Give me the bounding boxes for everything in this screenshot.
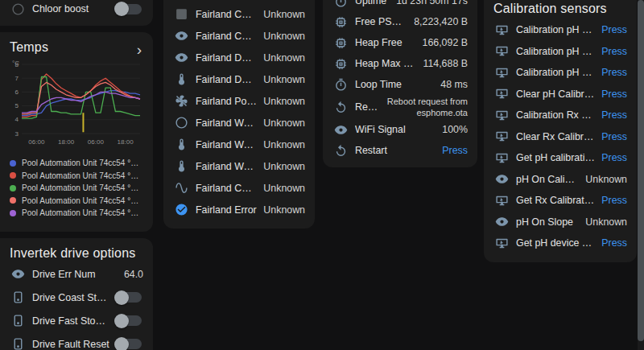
entity-value[interactable]: Press — [601, 237, 627, 249]
eye-icon — [173, 29, 189, 43]
chloor-boost-card: Chloor boost — [0, 0, 153, 26]
entity-name: Fairland Water Inlet — [196, 139, 257, 150]
entity-row[interactable]: Fairland Water InletUnknown — [173, 134, 305, 155]
entity-row[interactable]: RestartPress — [332, 140, 468, 161]
entity-name: Clear pH Calibration — [516, 89, 595, 100]
entity-row[interactable]: Get pH calibrationPress — [493, 147, 627, 169]
entity-row[interactable]: Loop Time48 ms — [332, 74, 468, 95]
chevron-right-icon[interactable]: › — [135, 42, 143, 57]
timer-icon — [332, 78, 349, 92]
entity-name: Calibration pH 7.00 (step 1) — [516, 24, 595, 35]
legend-label: Pool Automation Unit 74cc54 °C Fr... — [22, 196, 143, 205]
entity-name: Fairland Compressor Target Fr... — [196, 183, 257, 194]
entity-row[interactable]: Fairland Defrost StatusUnknown — [173, 68, 305, 90]
entity-value[interactable]: Press — [442, 145, 468, 156]
eye-icon — [493, 215, 510, 229]
entity-row[interactable]: Fairland Compressor RunningUnknown — [173, 3, 305, 25]
legend-item[interactable]: Pool Automation Unit 74cc54 °C G... — [10, 182, 143, 195]
entity-row[interactable]: Clear pH CalibrationPress — [493, 84, 627, 105]
legend-dot — [10, 185, 16, 191]
entity-row[interactable]: Fairland Water Flow (D3)Unknown — [173, 112, 305, 134]
legend-item[interactable]: Pool Automation Unit 74cc54 °C Fr... — [10, 157, 143, 170]
monitor-icon — [493, 87, 510, 101]
entity-value: Unknown — [263, 74, 305, 85]
entity-row[interactable]: Fairland Power StatusUnknown — [173, 90, 305, 112]
entity-value[interactable]: Press — [601, 89, 627, 100]
entity-name: Calibration pH 4.00 (step 2) — [516, 46, 595, 57]
entity-value: Unknown — [263, 183, 305, 194]
entity-row[interactable]: Drive Fast Stop Request — [10, 309, 143, 332]
legend-label: Pool Automation Unit 74cc54 °C Fr... — [22, 159, 143, 167]
entity-row[interactable]: Calibration pH 7.00 (step 1)Press — [493, 19, 627, 41]
entity-name: Reset Reas... — [355, 101, 381, 113]
toggle-switch[interactable] — [116, 339, 142, 349]
legend-item[interactable]: Pool Automation Unit 74cc54 °C To... — [10, 207, 143, 220]
diagnostics-card: Uptime1d 23h 50m 17sFree PSRAM8,223,420 … — [323, 0, 477, 167]
entity-row[interactable]: Clear Rx CalibrationPress — [493, 126, 627, 148]
entity-value: Unknown — [263, 52, 305, 64]
entity-row[interactable]: Fairland Water OutletUnknown — [173, 155, 305, 177]
entity-value: Unknown — [263, 161, 305, 172]
entity-row[interactable]: Fairland Compressor SpeedUnknown — [173, 25, 305, 47]
wave-icon — [173, 181, 189, 195]
entity-row[interactable]: Calibration pH 10.00 (step 3)Press — [493, 62, 627, 84]
entity-row[interactable]: pH On SlopeUnknown — [493, 212, 627, 233]
toggle-switch[interactable] — [116, 4, 142, 14]
entity-value[interactable]: Press — [601, 46, 627, 57]
eye-icon — [332, 123, 349, 137]
entity-value[interactable]: Press — [601, 195, 627, 206]
entity-value: 64.0 — [124, 269, 143, 280]
entity-row[interactable]: Fairland ErrorUnknown — [173, 199, 305, 220]
entity-row[interactable]: Get Rx CalibrationPress — [493, 190, 627, 212]
entity-row[interactable]: Chloor boost — [10, 0, 143, 21]
entity-value[interactable]: Press — [601, 67, 627, 78]
monitor-icon — [493, 44, 510, 58]
entity-name: Get Rx Calibration — [516, 195, 595, 206]
entity-name: Fairland Compressor Running — [196, 9, 257, 20]
entity-row[interactable]: Drive Coast Stop Request — [10, 286, 143, 309]
monitor-icon — [493, 23, 510, 37]
entity-value[interactable]: Press — [601, 152, 627, 163]
legend-item[interactable]: Pool Automation Unit 74cc54 °C Fr... — [10, 195, 143, 208]
entity-value: Unknown — [263, 96, 305, 107]
entity-row[interactable]: Reset Reas...Reboot request from esphome… — [332, 95, 468, 119]
svg-text:18:00: 18:00 — [118, 138, 134, 146]
entity-value[interactable]: Press — [601, 24, 627, 35]
temperature-chart[interactable]: 345678°C06:0018:0006:0018:00 — [10, 60, 143, 154]
entity-row[interactable]: Drive Err Num64.0 — [10, 262, 143, 286]
entity-value[interactable]: Press — [601, 131, 627, 142]
svg-text:4: 4 — [15, 116, 19, 123]
fairland-entities-card: Fairland Compressor RunningUnknownFairla… — [163, 0, 315, 229]
entity-value: 114,688 B — [423, 58, 468, 69]
entity-name: Drive Coast Stop Request — [32, 292, 109, 303]
entity-row[interactable]: Drive Fault Reset — [10, 332, 143, 350]
scrollbar[interactable] — [638, 0, 644, 341]
entity-value[interactable]: Press — [601, 109, 627, 121]
entity-row[interactable]: Get pH device Temprature Com...Press — [493, 233, 627, 254]
circle-icon — [10, 2, 26, 16]
entity-name: Fairland Water Outlet — [196, 161, 257, 172]
entity-row[interactable]: Heap Max Block114,688 B — [332, 53, 468, 74]
legend-item[interactable]: Pool Automation Unit 74cc54 °C Fr... — [10, 170, 143, 183]
entity-row[interactable]: Fairland Compressor Target Fr...Unknown — [173, 177, 305, 199]
entity-row[interactable]: Free PSRAM8,223,420 B — [332, 11, 468, 32]
toggle-switch[interactable] — [116, 292, 142, 303]
eye-icon — [173, 51, 189, 64]
entity-row[interactable]: Calibration Rx 225mVPress — [493, 105, 627, 126]
entity-name: WiFi Signal — [355, 124, 436, 135]
entity-row[interactable]: Heap Free166,092 B — [332, 32, 468, 53]
entity-name: Fairland Error — [196, 204, 257, 216]
timer-icon — [332, 0, 349, 8]
toggle-knob — [114, 290, 129, 305]
entity-row[interactable]: WiFi Signal100% — [332, 119, 468, 140]
entity-row[interactable]: Calibration pH 4.00 (step 2)Press — [493, 41, 627, 63]
entity-row[interactable]: pH On CalibrationUnknown — [493, 169, 627, 191]
entity-name: Heap Max Block — [355, 58, 416, 69]
entity-row[interactable]: Uptime1d 23h 50m 17s — [332, 0, 468, 11]
legend-dot — [10, 172, 16, 179]
entity-row[interactable]: Fairland DC Fan Motor SpeedUnknown — [173, 47, 305, 68]
toggle-switch[interactable] — [116, 315, 142, 326]
svg-text:06:00: 06:00 — [28, 138, 45, 146]
memory-icon — [332, 57, 349, 71]
legend-dot — [10, 210, 16, 216]
